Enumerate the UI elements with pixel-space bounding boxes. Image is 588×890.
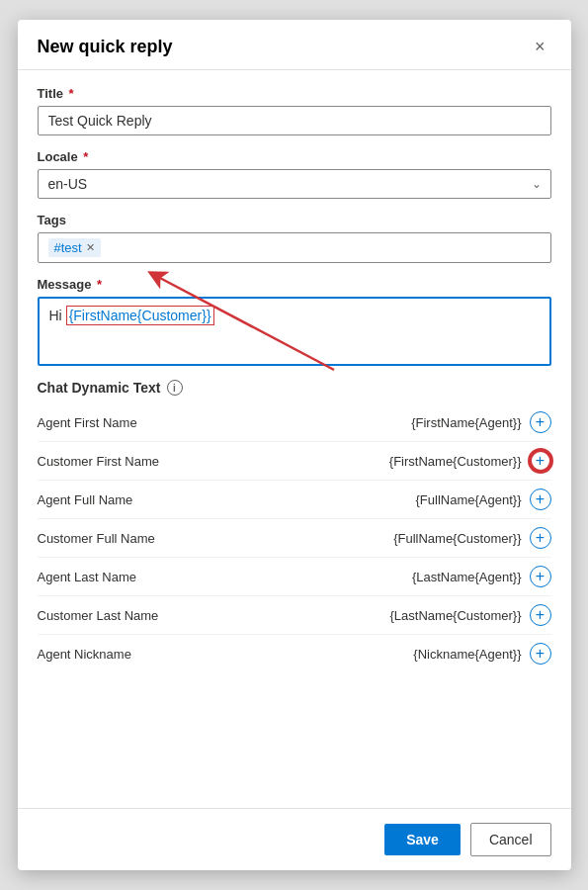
dynamic-text-rows: Agent First Name{FirstName{Agent}}+Custo… [38,403,551,672]
locale-select-wrapper: en-US ⌄ [38,169,551,199]
message-label: Message * [38,277,551,292]
dialog-header: New quick reply × [18,20,571,70]
title-label: Title * [38,86,551,101]
dynamic-token-text: {LastName{Customer}} [390,608,522,623]
locale-group: Locale * en-US ⌄ [38,149,551,199]
tag-remove-button[interactable]: ✕ [86,241,95,254]
dynamic-text-row: Agent Nickname{Nickname{Agent}}+ [38,635,551,672]
add-token-button[interactable]: + [530,489,551,510]
add-token-button[interactable]: + [530,450,551,472]
dynamic-row-right: {LastName{Agent}}+ [412,566,551,587]
locale-select[interactable]: en-US [38,169,551,199]
dynamic-token-text: {FirstName{Customer}} [389,454,522,469]
dynamic-row-right: {FirstName{Customer}}+ [389,450,551,472]
locale-label: Locale * [38,149,551,164]
dynamic-text-row: Customer Full Name{FullName{Customer}}+ [38,519,551,558]
close-button[interactable]: × [529,36,551,57]
title-input[interactable] [38,106,551,135]
dynamic-row-right: {LastName{Customer}}+ [390,604,551,626]
title-group: Title * [38,86,551,135]
message-display[interactable]: Hi {FirstName{Customer}} [38,297,551,366]
tags-group: Tags #test ✕ [38,213,551,263]
dynamic-row-right: {FullName{Agent}}+ [416,489,551,510]
dynamic-token-text: {FirstName{Agent}} [411,415,521,430]
tags-label: Tags [38,213,551,227]
message-plain-text: Hi [49,308,66,323]
dynamic-row-label: Agent Last Name [38,570,136,584]
add-token-button[interactable]: + [530,566,551,587]
dynamic-row-label: Agent Full Name [38,492,133,507]
dialog-footer: Save Cancel [18,808,571,870]
dynamic-row-label: Customer Full Name [38,531,155,546]
message-group: Message * Hi {FirstName{Customer}} [38,277,551,366]
new-quick-reply-dialog: New quick reply × Title * Locale * en-US… [18,20,571,870]
add-token-button[interactable]: + [530,643,551,665]
dynamic-text-row: Agent Last Name{LastName{Agent}}+ [38,558,551,596]
dynamic-text-row: Agent First Name{FirstName{Agent}}+ [38,403,551,442]
dynamic-token-text: {LastName{Agent}} [412,570,522,584]
add-token-button[interactable]: + [530,527,551,549]
dialog-body: Title * Locale * en-US ⌄ Tags #test ✕ [18,70,571,808]
tag-chip: #test ✕ [48,238,101,257]
dynamic-row-right: {Nickname{Agent}}+ [413,643,550,665]
tags-input[interactable]: #test ✕ [38,232,551,263]
add-token-button[interactable]: + [530,604,551,626]
cancel-button[interactable]: Cancel [470,823,551,856]
dynamic-row-right: {FullName{Customer}}+ [393,527,550,549]
dynamic-text-label: Chat Dynamic Text [38,380,161,396]
dialog-title: New quick reply [38,37,173,57]
dynamic-token-text: {FullName{Customer}} [393,531,521,546]
dynamic-row-label: Customer Last Name [38,608,159,623]
info-icon[interactable]: i [167,380,183,396]
dynamic-row-label: Agent First Name [38,415,137,430]
dynamic-text-row: Customer First Name{FirstName{Customer}}… [38,442,551,481]
dynamic-text-header: Chat Dynamic Text i [38,380,551,396]
dynamic-token-text: {FullName{Agent}} [416,492,522,507]
dynamic-row-label: Customer First Name [38,454,160,469]
dynamic-row-right: {FirstName{Agent}}+ [411,411,550,433]
dynamic-text-row: Agent Full Name{FullName{Agent}}+ [38,481,551,519]
message-token-highlight: {FirstName{Customer}} [66,306,214,325]
dynamic-row-label: Agent Nickname [38,647,131,662]
dynamic-text-row: Customer Last Name{LastName{Customer}}+ [38,596,551,635]
dynamic-text-section: Chat Dynamic Text i Agent First Name{Fir… [38,380,551,672]
save-button[interactable]: Save [384,824,461,855]
dynamic-token-text: {Nickname{Agent}} [413,647,521,662]
add-token-button[interactable]: + [530,411,551,433]
tag-value: #test [54,240,82,255]
